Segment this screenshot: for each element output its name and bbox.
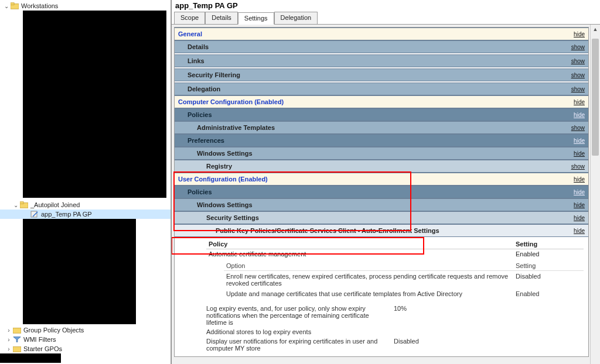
show-link[interactable]: show	[568, 123, 588, 132]
cell-setting: Disabled	[513, 271, 584, 289]
svg-rect-5	[13, 328, 21, 334]
redacted-block	[0, 353, 61, 363]
show-link[interactable]: show	[568, 57, 588, 66]
svg-rect-6	[13, 347, 21, 352]
table-row: Log expiry events, and, for user policy,…	[206, 304, 584, 327]
section-general-delegation[interactable]: Delegation show	[175, 83, 588, 95]
section-general-links[interactable]: Links show	[175, 54, 588, 67]
collapse-icon[interactable]: ⌄	[12, 202, 20, 208]
show-link[interactable]: show	[568, 162, 588, 171]
col-policy: Policy	[206, 239, 513, 249]
content-scroll[interactable]: General hide Details show Links show Sec…	[172, 25, 590, 364]
folder-icon	[13, 345, 22, 353]
cell-policy: Automatic certificate management	[206, 249, 513, 259]
cell-option: Enroll new certificates, renew expired c…	[224, 271, 513, 289]
section-label: Windows Settings	[175, 199, 570, 211]
section-user-pkp[interactable]: Public Key Policies/Certificate Services…	[175, 224, 588, 237]
tab-scope[interactable]: Scope	[174, 12, 205, 24]
section-label: Computer Configuration (Enabled)	[175, 96, 570, 108]
section-user-conf[interactable]: User Configuration (Enabled) hide	[175, 173, 588, 186]
table-row: Enroll new certificates, renew expired c…	[224, 271, 584, 289]
svg-rect-1	[11, 3, 14, 5]
tab-delegation[interactable]: Delegation	[274, 12, 318, 24]
section-user-secset[interactable]: Security Settings hide	[175, 211, 588, 224]
expand-icon[interactable]: ›	[5, 336, 13, 343]
tree-label: Starter GPOs	[23, 345, 62, 352]
tree-autopilot[interactable]: ⌄ _Autopilot Joined	[0, 200, 171, 210]
cell-label: Additional stores to log expiry events	[206, 328, 394, 335]
show-link[interactable]: show	[568, 71, 588, 80]
section-label: Security Settings	[175, 212, 570, 224]
scroll-up-icon[interactable]: ▲	[591, 25, 600, 35]
section-comp-prefs[interactable]: Preferences hide	[175, 134, 588, 147]
tab-settings[interactable]: Settings	[238, 12, 274, 25]
tab-details[interactable]: Details	[205, 12, 238, 24]
tree-gp-objects[interactable]: › Group Policy Objects	[0, 325, 171, 335]
right-pane: app_Temp PA GP Scope Details Settings De…	[171, 0, 600, 364]
options-table: Option Setting Enroll new certificates, …	[224, 261, 584, 299]
table-row: Update and manage certificates that use …	[224, 289, 584, 299]
redacted-block	[23, 219, 136, 324]
section-label: Registry	[175, 160, 568, 172]
hide-link[interactable]: hide	[570, 111, 588, 119]
cell-setting: Enabled	[513, 289, 584, 299]
redacted-block	[23, 11, 166, 198]
table-row: Additional stores to log expiry events	[206, 327, 584, 336]
section-label: Windows Settings	[175, 147, 570, 159]
cell-value: 10%	[394, 305, 464, 326]
section-user-winset[interactable]: Windows Settings hide	[175, 198, 588, 211]
section-comp-conf[interactable]: Computer Configuration (Enabled) hide	[175, 95, 588, 108]
section-label: Administrative Templates	[175, 122, 568, 133]
tree-root: ⌄ Workstations ⌄ _Autopilot Joined app_T…	[0, 0, 171, 355]
hide-link[interactable]: hide	[570, 175, 588, 184]
content-area: General hide Details show Links show Sec…	[172, 25, 600, 364]
section-label: Preferences	[175, 135, 570, 146]
hide-link[interactable]: hide	[570, 226, 588, 235]
expand-icon[interactable]: ›	[5, 327, 13, 334]
table-row: Display user notifications for expiring …	[206, 336, 584, 353]
hide-link[interactable]: hide	[570, 214, 588, 222]
col-setting: Setting	[513, 239, 584, 249]
hide-link[interactable]: hide	[570, 136, 588, 145]
section-comp-policies[interactable]: Policies hide	[175, 108, 588, 121]
section-general[interactable]: General hide	[175, 28, 588, 40]
section-user-policies[interactable]: Policies hide	[175, 186, 588, 198]
tab-bar: Scope Details Settings Delegation	[172, 12, 600, 25]
scroll-thumb[interactable]	[592, 39, 599, 156]
section-label: User Configuration (Enabled)	[175, 173, 570, 185]
collapse-icon[interactable]: ⌄	[2, 3, 11, 9]
cell-value	[394, 328, 464, 335]
section-comp-admintpl[interactable]: Administrative Templates show	[175, 121, 588, 134]
hide-link[interactable]: hide	[570, 98, 588, 107]
tree-gpo-selected[interactable]: app_Temp PA GP	[0, 210, 171, 219]
hide-link[interactable]: hide	[570, 30, 588, 39]
tree-wmi-filters[interactable]: › WMI Filters	[0, 335, 171, 344]
section-comp-registry[interactable]: Registry show	[175, 160, 588, 173]
section-general-secfilt[interactable]: Security Filtering show	[175, 68, 588, 81]
section-label: Security Filtering	[175, 69, 568, 81]
section-label: General	[175, 28, 570, 40]
page-title: app_Temp PA GP	[172, 0, 600, 12]
cell-value: Disabled	[394, 338, 464, 352]
section-comp-winset[interactable]: Windows Settings hide	[175, 147, 588, 160]
tree-starter-gpos[interactable]: › Starter GPOs	[0, 344, 171, 353]
hide-link[interactable]: hide	[570, 149, 588, 158]
svg-rect-3	[20, 202, 23, 204]
tree-lines-icon	[13, 11, 22, 198]
tree-workstations[interactable]: ⌄ Workstations	[0, 1, 171, 11]
section-label: Policies	[175, 109, 570, 121]
tree-label: _Autopilot Joined	[30, 201, 80, 208]
section-general-details[interactable]: Details show	[175, 40, 588, 53]
expand-icon[interactable]: ›	[5, 346, 13, 352]
folder-icon	[20, 201, 29, 209]
tree-stub-icons	[13, 11, 22, 199]
hide-link[interactable]: hide	[570, 201, 588, 210]
vertical-scrollbar[interactable]: ▲	[590, 25, 600, 364]
hide-link[interactable]: hide	[570, 188, 588, 197]
tree-label: Workstations	[21, 2, 58, 9]
show-link[interactable]: show	[568, 43, 588, 51]
cell-label: Display user notifications for expiring …	[206, 338, 394, 352]
cell-option: Update and manage certificates that use …	[224, 289, 513, 299]
col-setting: Setting	[513, 261, 584, 271]
show-link[interactable]: show	[568, 85, 588, 94]
